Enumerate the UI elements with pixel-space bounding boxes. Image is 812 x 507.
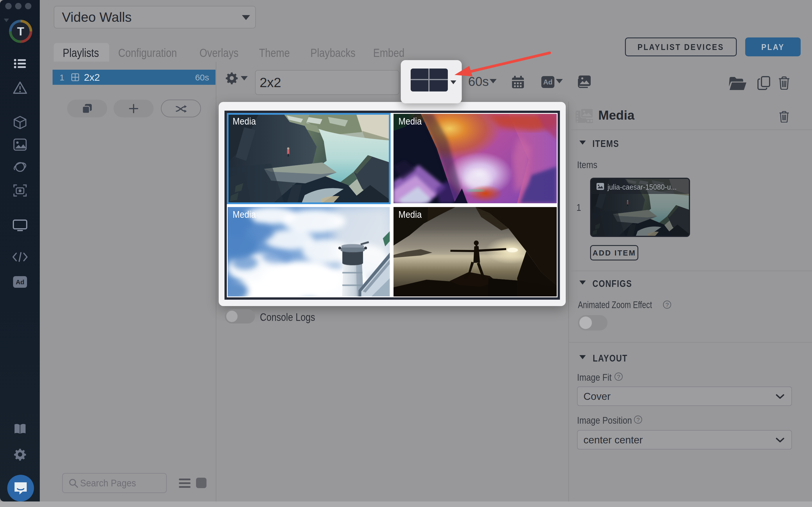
svg-text:Ad: Ad <box>16 278 24 286</box>
